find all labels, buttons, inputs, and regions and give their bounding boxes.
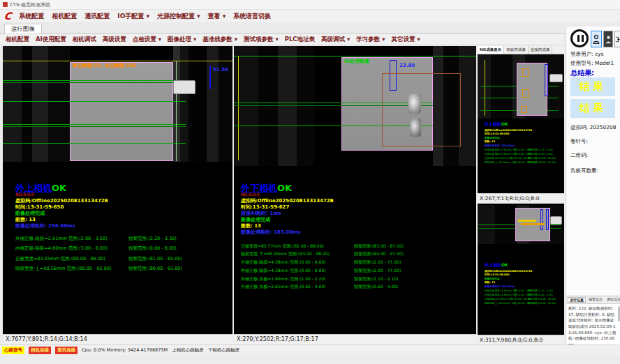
connector-tab <box>549 74 563 82</box>
menu-io-config[interactable]: IO手配置 ▾ <box>117 12 149 21</box>
mid-ng-line: NG:0;0;0 <box>241 192 260 197</box>
app-icon <box>3 2 8 7</box>
tool-advanced-debug[interactable]: 高级调试 ▾ <box>321 36 350 44</box>
highlight-mark <box>518 220 536 222</box>
mini-top-pixel-statusbar: X:267;Y:13;R:0;G:0;B:0 <box>478 193 564 202</box>
mini-bottom-camera-view[interactable] <box>478 205 564 244</box>
result-display-upper: 结果 <box>570 77 615 96</box>
menu-system-config[interactable]: 系统配置 <box>19 12 44 21</box>
tool-baseline-params[interactable]: 基准线参数 ▾ <box>202 36 237 44</box>
model-value: Model1 <box>595 60 614 66</box>
mini-bottom-pixel-statusbar: X:311;Y:980;R:0;G:0;B:0 <box>478 335 564 344</box>
mid-measure-row: 内侧正极-隔膜=4.38mm 范围:(0.00 - 9.00)报警范围:(2.0… <box>241 268 401 274</box>
mid-barcode: 虚拟码:Offline2025020813313472B <box>241 198 334 204</box>
cpu-memory-text: Cpu: 0.0% Memory: 3424.41796875M <box>82 347 168 353</box>
baseline-yellow-line <box>3 61 232 61</box>
tool-spot-check[interactable]: 点检设置 ▾ <box>133 36 161 44</box>
mid-pixel-statusbar: X:270;Y:2502;R:17;G:17;B:17 <box>234 334 476 344</box>
mini-tab-inner-view-2[interactable]: 蓝膜内成像 <box>529 46 553 54</box>
comm-link-badge: 通讯连接 <box>55 347 78 354</box>
barcode-value: 20250208 <box>589 124 616 130</box>
login-user-label: 登录用户: cys <box>570 51 603 58</box>
left-measure-row: 内侧正极-隔膜=4.60mm 范围:(3.00 - 6.00)报警范围:(0.0… <box>15 245 177 252</box>
mini-top-overlay-text: 外上相机OK 虚拟码:Offline2025020813313472B 时间:1… <box>485 121 556 164</box>
log-tab-run[interactable]: 运行信息 <box>568 297 586 303</box>
reflection-highlight <box>410 119 421 137</box>
mid-edge-measure-value: 23.80 <box>399 63 415 68</box>
reflection-highlight <box>408 94 421 114</box>
mini-bottom-panel: 外上相机OK 虚拟码:Offline2025020813313472B 时间:1… <box>478 204 564 344</box>
mini-tab-ng-view[interactable]: NG成像显示 <box>478 46 504 54</box>
window-titlebar: CYS-视觉检测系统 <box>0 0 620 10</box>
left-camera-panel: 91.88 静态阈值:93, 动态阈值:100 外上相机OK NG:0;0;0 … <box>3 46 232 344</box>
tool-advanced-setting[interactable]: 高级设置 <box>103 36 126 44</box>
left-pixel-statusbar: X:7677;Y:891;R:14;G:14;B:14 <box>3 334 232 344</box>
mid-measure-row: 外侧正极-负极=2.61mm 范围:(0.60 - 4.00)报警范围:(0.6… <box>241 284 398 290</box>
menu-language-switch[interactable]: 系统语言切换 <box>233 12 271 21</box>
tabstrip: 运行图像 <box>0 22 620 33</box>
connector-tab <box>173 80 195 94</box>
measure-marker-box <box>546 209 549 230</box>
log-tab-alarm[interactable]: 报警信息 <box>587 297 604 303</box>
operator-mode-button[interactable] <box>591 31 602 47</box>
mid-done: 图像处理完成 <box>241 217 270 222</box>
model-label: 使用型号: Model1 <box>570 60 614 67</box>
tool-test-params[interactable]: 测试项参数 ▾ <box>244 36 279 44</box>
needle-number-label: 卷针号: <box>570 138 588 145</box>
left-done: 图像处理完成 <box>15 211 45 216</box>
left-ng-line: NG:0;0;0 <box>15 192 34 197</box>
menu-view[interactable]: 查看 ▾ <box>208 12 226 21</box>
engineer-mode-button[interactable] <box>603 31 613 47</box>
menu-light-config[interactable]: 光源控制配置 ▾ <box>157 12 200 21</box>
tab-run-image[interactable]: 运行图像 <box>4 24 42 33</box>
left-time: 时间:13-31-59-650 <box>15 204 64 210</box>
qrcode-label: 二维码: <box>570 152 588 159</box>
menu-camera-config[interactable]: 相机配置 <box>52 12 77 21</box>
measure-marker-line <box>209 66 211 89</box>
total-result-label: 总结果: <box>570 68 594 78</box>
person-icon <box>593 33 600 45</box>
left-measure-row: 正极宽度=83.05mm 范围:(80.00 - 86.00)报警范围:(81.… <box>15 256 182 262</box>
tool-learn-params[interactable]: 学习参数 ▾ <box>356 36 385 44</box>
tool-ai-usage-config[interactable]: AI使用配置 <box>36 36 66 44</box>
left-elapsed: 图像处理耗时: 256.00ms <box>15 223 75 229</box>
mini-top-tabs: NG成像显示 研磨内成像 蓝膜内成像 <box>478 46 564 54</box>
sidebar: 登录用户: cys 使用型号: Model1 总结果: 结果 结果 虚拟码: 2… <box>566 26 620 344</box>
measure-marker-box <box>540 209 543 230</box>
login-user-value: cys <box>595 51 603 57</box>
log-text: 耗时: 222, 缺陷检测耗时: 17, 缺陷分类耗时: 0, 缺陷提取分区耗时… <box>566 304 620 349</box>
lower-camera-trigger: 下相机心跳触发 <box>208 347 240 354</box>
mini-top-panel: NG成像显示 研磨内成像 蓝膜内成像 外上相机OK 虚拟码:Offline202… <box>478 46 564 202</box>
tool-camera-debug[interactable]: 相机调试 <box>73 36 96 44</box>
left-measure-row: 隔膜宽度-上=90.56mm 范围:(88.00 - 92.00)报警范围:(8… <box>15 266 182 272</box>
tool-camera-config[interactable]: 相机配置 <box>6 36 29 44</box>
highlight-mark <box>521 223 545 225</box>
roi-brown-box <box>382 73 461 146</box>
left-barcode: 虚拟码:Offline2025020813313472B <box>15 198 108 204</box>
defect-box <box>522 68 529 77</box>
mid-ai-label: AI处理图像 <box>344 59 369 64</box>
mid-camera-view[interactable]: 23.80 AI处理图像 <box>234 46 476 166</box>
left-camera-view[interactable]: 91.88 静态阈值:93, 动态阈值:100 <box>3 46 232 162</box>
mid-elapsed: 图像处理耗时: 183.00ms <box>241 229 301 235</box>
mini-top-camera-view[interactable] <box>478 54 564 119</box>
menu-comm-config[interactable]: 通讯配置 <box>84 12 110 21</box>
heartbeat-badge: 心跳信号 <box>2 347 24 354</box>
tool-plc-address[interactable]: PLC地址表 <box>285 36 315 44</box>
menubar: C 系统配置 相机配置 通讯配置 IO手配置 ▾ 光源控制配置 ▾ 查看 ▾ 系… <box>0 10 620 22</box>
measure-marker-box <box>545 64 548 96</box>
mini-tab-inner-view-1[interactable]: 研磨内成像 <box>504 46 529 54</box>
left-edge-measure-value: 91.88 <box>213 67 228 73</box>
log-tab-debug[interactable]: 调试信息 <box>605 297 620 303</box>
person-icon <box>605 34 612 45</box>
tool-image-process[interactable]: 图像处理 ▾ <box>168 36 196 44</box>
window-title: CYS-视觉检测系统 <box>10 1 50 8</box>
exit-button[interactable] <box>614 31 620 47</box>
mid-measure-row: 正极宽度=83.77mm 范围:(82.00 - 88.00)报警范围:(83.… <box>241 243 404 250</box>
mid-camera-panel: 23.80 AI处理图像 外下相机OK NG:0;0;0 虚拟码:Offline… <box>234 46 476 344</box>
left-measure-row: 外侧正极-隔膜=2.91mm 范围:(2.00 - 3.50)报警范围:(2.2… <box>15 236 177 242</box>
left-frames: 图数: 13 <box>15 217 36 222</box>
tool-other-settings[interactable]: 其它设置 ▾ <box>392 36 420 44</box>
mid-time: 时间:13-31-59-627 <box>241 204 289 210</box>
pause-button[interactable] <box>570 29 589 47</box>
